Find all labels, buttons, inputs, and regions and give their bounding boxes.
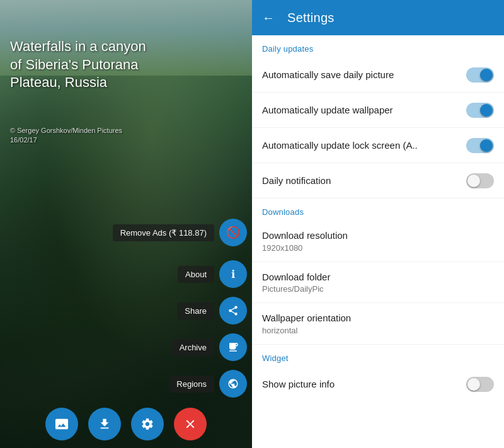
about-button[interactable]: ℹ: [219, 260, 247, 288]
share-row: Share: [177, 297, 247, 325]
archive-label: Archive: [172, 339, 214, 356]
bottom-buttons-bar: [0, 408, 252, 440]
download-resolution-row[interactable]: Download resolution 1920x1080: [252, 221, 504, 262]
section-downloads: Downloads: [252, 198, 504, 221]
right-panel: ← Settings Daily updates Automatically s…: [252, 0, 504, 448]
archive-row: Archive: [172, 333, 247, 361]
auto-lock-row[interactable]: Automatically update lock screen (A..: [252, 128, 504, 163]
back-button[interactable]: ←: [262, 11, 275, 25]
remove-ads-label: Remove Ads (₹ 118.87): [113, 224, 214, 241]
left-panel: Waterfalls in a canyon of Siberia's Puto…: [0, 0, 252, 448]
wallpaper-orientation-title: Wallpaper orientation: [262, 312, 494, 325]
about-row: About ℹ: [178, 260, 247, 288]
show-picture-info-title: Show picture info: [262, 378, 466, 391]
share-label: Share: [177, 302, 214, 319]
photo-title: Waterfalls in a canyon of Siberia's Puto…: [10, 38, 161, 92]
wallpaper-orientation-content: Wallpaper orientation horizontal: [262, 312, 494, 335]
auto-save-title: Automatically save daily picture: [262, 69, 466, 81]
auto-save-toggle[interactable]: [466, 67, 494, 83]
download-resolution-title: Download resolution: [262, 229, 494, 242]
download-button[interactable]: [88, 408, 121, 440]
auto-lock-toggle[interactable]: [466, 138, 494, 153]
download-folder-content: Download folder Pictures/DailyPic: [262, 271, 494, 294]
show-picture-info-content: Show picture info: [262, 378, 466, 391]
download-folder-title: Download folder: [262, 271, 494, 284]
archive-button[interactable]: [219, 333, 247, 361]
download-folder-subtitle: Pictures/DailyPic: [262, 284, 494, 294]
download-resolution-subtitle: 1920x1080: [262, 243, 494, 253]
download-folder-row[interactable]: Download folder Pictures/DailyPic: [252, 262, 504, 304]
settings-content: Daily updates Automatically save daily p…: [252, 35, 504, 448]
auto-save-row[interactable]: Automatically save daily picture: [252, 57, 504, 93]
auto-lock-title: Automatically update lock screen (A..: [262, 139, 466, 152]
wallpaper-button[interactable]: [45, 408, 78, 440]
remove-ads-button[interactable]: 🚫: [219, 219, 247, 246]
close-button[interactable]: [174, 408, 207, 440]
auto-wallpaper-title: Automatically update wallpaper: [262, 104, 466, 117]
auto-save-content: Automatically save daily picture: [262, 69, 466, 81]
show-picture-info-toggle[interactable]: [466, 377, 494, 392]
download-resolution-content: Download resolution 1920x1080: [262, 229, 494, 253]
auto-wallpaper-content: Automatically update wallpaper: [262, 104, 466, 117]
photo-copyright: © Sergey Gorshkov/Minden Pictures 16/02/…: [10, 126, 122, 146]
wallpaper-orientation-row[interactable]: Wallpaper orientation horizontal: [252, 303, 504, 345]
daily-notification-row[interactable]: Daily notification: [252, 163, 504, 198]
wallpaper-orientation-subtitle: horizontal: [262, 326, 494, 335]
show-picture-info-row[interactable]: Show picture info: [252, 367, 504, 402]
daily-notification-title: Daily notification: [262, 175, 466, 187]
auto-wallpaper-row[interactable]: Automatically update wallpaper: [252, 93, 504, 128]
share-button[interactable]: [219, 297, 247, 325]
regions-button[interactable]: [219, 370, 247, 398]
settings-title: Settings: [287, 11, 335, 25]
about-label: About: [178, 266, 214, 283]
regions-label: Regions: [169, 376, 214, 393]
remove-ads-row: Remove Ads (₹ 118.87) 🚫: [113, 219, 247, 246]
auto-wallpaper-toggle[interactable]: [466, 103, 494, 118]
gear-button[interactable]: [131, 408, 164, 440]
section-widget: Widget: [252, 345, 504, 367]
daily-notification-content: Daily notification: [262, 175, 466, 187]
auto-lock-content: Automatically update lock screen (A..: [262, 139, 466, 152]
regions-row: Regions: [169, 370, 247, 398]
fab-column: About ℹ Share Archive Regions: [169, 260, 247, 398]
daily-notification-toggle[interactable]: [466, 173, 494, 188]
settings-header: ← Settings: [252, 0, 504, 35]
section-daily-updates: Daily updates: [252, 35, 504, 57]
